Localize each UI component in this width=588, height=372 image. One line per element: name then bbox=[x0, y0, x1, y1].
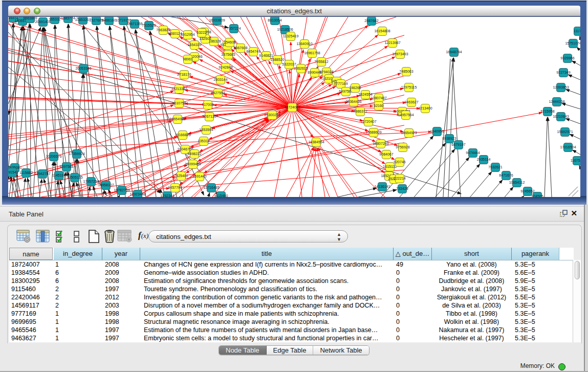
svg-text:9146821: 9146821 bbox=[259, 54, 273, 57]
svg-text:20206576: 20206576 bbox=[46, 155, 61, 158]
svg-text:1527602: 1527602 bbox=[89, 18, 103, 22]
svg-text:391541: 391541 bbox=[8, 170, 18, 174]
svg-text:9227349: 9227349 bbox=[556, 71, 570, 74]
svg-text:3824554: 3824554 bbox=[358, 93, 372, 96]
svg-text:15751074: 15751074 bbox=[565, 41, 580, 45]
svg-text:5498222: 5498222 bbox=[187, 152, 201, 156]
svg-text:7955812: 7955812 bbox=[314, 60, 328, 63]
svg-text:132503: 132503 bbox=[199, 37, 211, 40]
svg-text:10958107: 10958107 bbox=[98, 183, 114, 187]
svg-text:8938923: 8938923 bbox=[442, 137, 456, 140]
svg-text:11325419: 11325419 bbox=[283, 34, 299, 38]
svg-text:15716485: 15716485 bbox=[203, 186, 219, 189]
svg-text:16033809: 16033809 bbox=[209, 18, 225, 22]
svg-text:1640955: 1640955 bbox=[430, 129, 444, 133]
svg-text:19654923: 19654923 bbox=[401, 131, 417, 135]
svg-text:12923448: 12923448 bbox=[129, 192, 145, 196]
svg-text:3213400: 3213400 bbox=[418, 106, 432, 110]
svg-text:16648784: 16648784 bbox=[446, 50, 462, 54]
svg-text:9242848: 9242848 bbox=[219, 65, 232, 69]
svg-text:9245652: 9245652 bbox=[520, 189, 534, 193]
svg-text:14099489: 14099489 bbox=[185, 162, 201, 166]
svg-text:19166825: 19166825 bbox=[175, 133, 190, 137]
svg-text:1115682: 1115682 bbox=[19, 171, 33, 174]
svg-text:19654982: 19654982 bbox=[169, 117, 185, 121]
svg-text:746266: 746266 bbox=[349, 86, 361, 90]
svg-text:12213382: 12213382 bbox=[171, 87, 187, 91]
svg-text:18807249: 18807249 bbox=[373, 142, 388, 145]
svg-text:1610755: 1610755 bbox=[172, 101, 186, 105]
svg-text:16671355: 16671355 bbox=[126, 22, 142, 26]
svg-text:15692971: 15692971 bbox=[557, 130, 573, 134]
svg-text:7357224: 7357224 bbox=[227, 27, 241, 30]
svg-text:9463627: 9463627 bbox=[404, 100, 418, 104]
svg-text:9756928: 9756928 bbox=[396, 145, 409, 149]
svg-text:16154808: 16154808 bbox=[374, 29, 390, 33]
svg-text:2718176: 2718176 bbox=[177, 73, 191, 76]
svg-text:10807487: 10807487 bbox=[371, 96, 386, 100]
svg-text:1654339: 1654339 bbox=[187, 43, 201, 47]
svg-text:14957564: 14957564 bbox=[398, 113, 413, 117]
svg-text:14136141: 14136141 bbox=[374, 185, 390, 188]
svg-text:12444158: 12444158 bbox=[549, 100, 564, 103]
svg-text:8454749: 8454749 bbox=[246, 50, 260, 53]
svg-text:1691440: 1691440 bbox=[192, 174, 206, 178]
svg-text:12975115: 12975115 bbox=[401, 85, 417, 89]
svg-text:10688609: 10688609 bbox=[365, 130, 381, 134]
svg-text:6794028: 6794028 bbox=[319, 70, 333, 74]
svg-text:7625402: 7625402 bbox=[174, 174, 188, 178]
svg-text:17359924: 17359924 bbox=[69, 152, 84, 156]
svg-text:18724007: 18724007 bbox=[284, 105, 300, 109]
svg-text:12093853: 12093853 bbox=[553, 85, 569, 89]
svg-text:1615132: 1615132 bbox=[383, 165, 397, 168]
svg-text:8912954: 8912954 bbox=[181, 33, 194, 36]
svg-text:733426: 733426 bbox=[396, 187, 408, 190]
svg-text:10719155: 10719155 bbox=[115, 18, 131, 22]
svg-text:917008: 917008 bbox=[202, 103, 213, 106]
svg-text:154608: 154608 bbox=[224, 40, 235, 44]
svg-text:12505135: 12505135 bbox=[67, 176, 82, 179]
svg-text:16961758: 16961758 bbox=[304, 51, 320, 55]
svg-text:15720407: 15720407 bbox=[360, 120, 376, 123]
svg-text:9474444: 9474444 bbox=[466, 151, 480, 155]
svg-text:9777169: 9777169 bbox=[334, 82, 347, 85]
svg-text:7515526: 7515526 bbox=[142, 24, 156, 27]
svg-text:11171: 11171 bbox=[574, 29, 580, 33]
svg-text:19218506: 19218506 bbox=[277, 28, 293, 31]
svg-text:16782759: 16782759 bbox=[114, 188, 129, 192]
svg-text:16210643: 16210643 bbox=[553, 115, 569, 118]
svg-text:1167535: 1167535 bbox=[571, 159, 580, 162]
svg-text:26053346: 26053346 bbox=[75, 67, 91, 70]
svg-text:9660124: 9660124 bbox=[168, 32, 182, 35]
svg-text:12213987: 12213987 bbox=[384, 41, 400, 45]
svg-text:17957253: 17957253 bbox=[83, 180, 99, 183]
svg-text:9329966: 9329966 bbox=[560, 56, 574, 60]
svg-text:9084067: 9084067 bbox=[379, 152, 393, 156]
svg-text:3875685: 3875685 bbox=[221, 53, 235, 56]
svg-text:10654112: 10654112 bbox=[509, 181, 525, 184]
svg-text:1588520: 1588520 bbox=[270, 58, 284, 61]
svg-text:63222: 63222 bbox=[197, 31, 207, 34]
svg-text:19384554: 19384554 bbox=[308, 140, 324, 144]
svg-text:17016504: 17016504 bbox=[560, 145, 576, 149]
svg-text:222214: 222214 bbox=[394, 177, 405, 180]
svg-text:2887682: 2887682 bbox=[364, 19, 378, 23]
svg-text:7986372: 7986372 bbox=[353, 110, 367, 113]
svg-text:8427552: 8427552 bbox=[211, 91, 225, 95]
svg-text:20364436: 20364436 bbox=[345, 100, 361, 103]
svg-text:62160: 62160 bbox=[374, 104, 384, 107]
svg-text:1353594: 1353594 bbox=[199, 128, 213, 132]
svg-text:10973493: 10973493 bbox=[392, 52, 408, 56]
svg-text:98961: 98961 bbox=[183, 57, 193, 61]
svg-text:1683774: 1683774 bbox=[61, 17, 75, 20]
svg-text:9115460: 9115460 bbox=[214, 194, 228, 197]
svg-text:1145194: 1145194 bbox=[52, 173, 66, 177]
svg-text:2803144: 2803144 bbox=[213, 78, 227, 81]
svg-text:10853267: 10853267 bbox=[75, 18, 91, 21]
svg-text:6879197: 6879197 bbox=[451, 143, 465, 146]
svg-text:8466160: 8466160 bbox=[102, 18, 116, 22]
svg-text:165332: 165332 bbox=[49, 17, 60, 21]
svg-text:5322037: 5322037 bbox=[282, 62, 296, 66]
svg-text:1292344: 1292344 bbox=[160, 194, 174, 197]
svg-text:7485063: 7485063 bbox=[399, 70, 413, 73]
